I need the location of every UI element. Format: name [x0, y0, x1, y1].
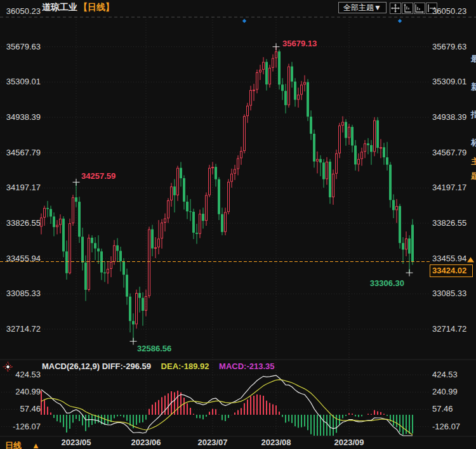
macd-axis-label-left: 57.46	[0, 405, 41, 413]
macd-axis-label-left: 240.99	[0, 387, 41, 396]
macd-macd-value: MACD:-213.35	[219, 361, 274, 371]
x-axis-month-label: 2023/08	[256, 438, 296, 447]
gridlines	[0, 17, 476, 436]
macd-axis-label-left: -126.07	[0, 422, 41, 431]
y-axis-label-left: 35679.63	[0, 42, 41, 51]
y-axis-label-right: 34197.17	[432, 183, 466, 192]
macd-axis-label-right: 240.99	[432, 387, 458, 396]
move-icon[interactable]	[390, 3, 401, 14]
macd-axis-label-right: -126.07	[432, 422, 460, 431]
y-axis-label-left: 33826.55	[0, 219, 41, 228]
y-axis-label-left: 33455.94	[0, 254, 41, 263]
macd-axis-label-right: 57.46	[432, 405, 453, 413]
y-axis-label-right: 35679.63	[432, 42, 466, 51]
macd-indicator-header: MACD(26,12,9) DIFF:-296.59 DEA:-189.92 M…	[42, 361, 275, 371]
current-price-arrow-icon	[467, 257, 474, 263]
event-dot-icon	[242, 19, 246, 23]
chart-app: 道琼工业 【日线】 全部主题▼ MACD(26,12,9) DIFF:-296.…	[0, 0, 476, 449]
y-axis-label-left: 34938.39	[0, 113, 41, 122]
price-marker-label: 35679.13	[282, 39, 317, 48]
macd-axis-label-right: 424.53	[432, 370, 458, 379]
event-dots[interactable]	[242, 19, 402, 23]
price-cross-icon	[73, 179, 80, 186]
extreme-markers	[73, 43, 413, 345]
period-text: 日线	[5, 441, 22, 449]
right-edge-tab-label[interactable]: 新	[471, 81, 476, 93]
right-edge-tab-label[interactable]: 指	[471, 109, 476, 120]
y-axis-label-right: 33826.55	[432, 219, 466, 228]
price-marker-label: 32586.56	[137, 344, 171, 353]
x-axis-scale-icon[interactable]	[414, 3, 425, 14]
price-marker-label: 34257.59	[81, 171, 116, 181]
y-axis-label-left: 34197.17	[0, 183, 41, 192]
price-cross-icon	[130, 338, 137, 345]
y-axis-label-left: 36050.23	[0, 7, 41, 16]
period-tag: 【日线】	[79, 2, 114, 13]
symbol-name: 道琼工业	[42, 2, 77, 13]
x-axis-month-label: 2023/06	[126, 438, 166, 447]
y-axis-label-right: 33085.33	[432, 289, 466, 298]
y-axis-label-right: 34567.79	[432, 148, 466, 157]
event-dot-icon	[398, 19, 402, 23]
price-cross-icon	[273, 43, 280, 50]
y-axis-scale-icon[interactable]	[402, 3, 413, 14]
macd-params-diff: MACD(26,12,9) DIFF:-296.59	[42, 361, 151, 371]
y-axis-label-right: 35309.01	[432, 77, 466, 86]
chart-canvas[interactable]	[0, 0, 476, 449]
y-axis-label-right: 34938.39	[432, 113, 466, 122]
price-cross-icon	[406, 270, 413, 277]
chart-title: 道琼工业 【日线】	[42, 2, 114, 13]
right-edge-tab-label-active[interactable]: 主	[471, 156, 476, 167]
y-axis-label-left: 32714.72	[0, 325, 41, 334]
macd-axis-label-left: 424.53	[0, 370, 41, 379]
y-axis-label-left: 33085.33	[0, 289, 41, 298]
right-edge-tab-label[interactable]: 最	[471, 53, 476, 65]
y-axis-label-right: 36050.23	[432, 7, 466, 16]
macd-dea-value: DEA:-189.92	[161, 361, 209, 371]
x-axis-month-label: 2023/09	[329, 438, 369, 447]
right-edge-tab-label-active[interactable]: 题	[471, 171, 476, 182]
right-edge-tab-label[interactable]: 标	[471, 137, 476, 148]
y-axis-label-right: 32714.72	[432, 325, 466, 334]
period-selector[interactable]: 日线▲	[5, 440, 40, 449]
theme-select-button[interactable]: 全部主题▼	[338, 2, 387, 13]
period-arrow-icon: ▲	[32, 441, 40, 449]
x-axis-month-label: 2023/05	[56, 438, 96, 447]
x-axis-month-label: 2023/07	[192, 438, 233, 447]
y-axis-label-left: 35309.01	[0, 77, 41, 86]
candles-layer	[41, 47, 414, 342]
y-axis-label-right: 33455.94	[432, 254, 466, 263]
y-axis-label-left: 34567.79	[0, 148, 41, 157]
current-price-label: 33424.02	[430, 264, 473, 277]
price-marker-label: 33306.30	[370, 278, 404, 288]
